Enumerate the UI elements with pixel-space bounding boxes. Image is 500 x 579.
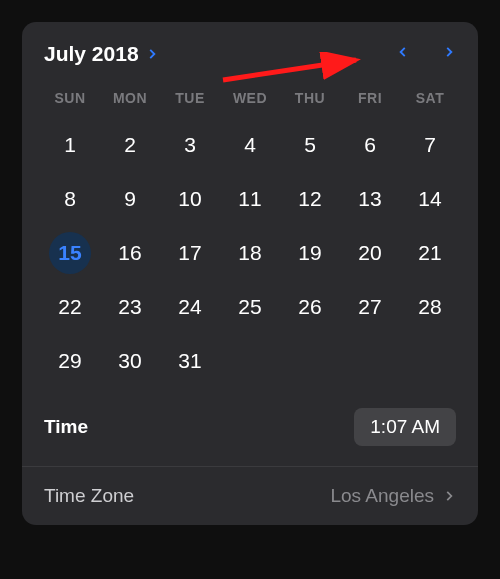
calendar-grid: 1234567891011121314151617181920212223242… <box>40 118 460 388</box>
day-number: 14 <box>409 178 451 220</box>
day-number: 23 <box>109 286 151 328</box>
chevron-right-icon <box>442 45 456 59</box>
timezone-value: Los Angeles <box>330 485 434 507</box>
day-cell[interactable]: 19 <box>280 226 340 280</box>
chevron-right-icon <box>145 47 159 61</box>
day-cell[interactable]: 31 <box>160 334 220 388</box>
day-number: 12 <box>289 178 331 220</box>
day-cell[interactable]: 25 <box>220 280 280 334</box>
day-cell-empty <box>220 334 280 388</box>
day-cell[interactable]: 7 <box>400 118 460 172</box>
month-nav <box>396 45 456 63</box>
day-number: 1 <box>49 124 91 166</box>
day-number: 6 <box>349 124 391 166</box>
weekday-header: SUN MON TUE WED THU FRI SAT <box>40 84 460 112</box>
day-cell[interactable]: 2 <box>100 118 160 172</box>
timezone-value-group: Los Angeles <box>330 485 456 507</box>
day-number: 10 <box>169 178 211 220</box>
day-cell[interactable]: 18 <box>220 226 280 280</box>
day-cell[interactable]: 8 <box>40 172 100 226</box>
day-cell[interactable]: 15 <box>40 226 100 280</box>
date-time-panel: July 2018 SUN MON TUE WED THU FRI SAT 12… <box>22 22 478 525</box>
day-number: 27 <box>349 286 391 328</box>
day-number: 2 <box>109 124 151 166</box>
time-label: Time <box>44 416 88 438</box>
day-cell[interactable]: 10 <box>160 172 220 226</box>
weekday-label: SAT <box>400 84 460 112</box>
day-number: 20 <box>349 232 391 274</box>
day-cell[interactable]: 11 <box>220 172 280 226</box>
time-row: Time 1:07 AM <box>40 400 460 466</box>
day-number: 18 <box>229 232 271 274</box>
weekday-label: SUN <box>40 84 100 112</box>
day-cell[interactable]: 29 <box>40 334 100 388</box>
day-cell-empty <box>280 334 340 388</box>
day-cell-empty <box>400 334 460 388</box>
day-cell[interactable]: 28 <box>400 280 460 334</box>
timezone-label: Time Zone <box>44 485 134 507</box>
day-number: 8 <box>49 178 91 220</box>
weekday-label: TUE <box>160 84 220 112</box>
weekday-label: THU <box>280 84 340 112</box>
day-cell[interactable]: 30 <box>100 334 160 388</box>
day-number: 4 <box>229 124 271 166</box>
day-number: 29 <box>49 340 91 382</box>
day-cell[interactable]: 26 <box>280 280 340 334</box>
next-month-button[interactable] <box>442 45 456 63</box>
day-cell[interactable]: 24 <box>160 280 220 334</box>
day-cell-empty <box>340 334 400 388</box>
day-cell[interactable]: 27 <box>340 280 400 334</box>
day-cell[interactable]: 12 <box>280 172 340 226</box>
day-number: 5 <box>289 124 331 166</box>
chevron-right-icon <box>442 489 456 503</box>
weekday-label: WED <box>220 84 280 112</box>
day-cell[interactable]: 13 <box>340 172 400 226</box>
day-cell[interactable]: 23 <box>100 280 160 334</box>
day-number: 21 <box>409 232 451 274</box>
day-cell[interactable]: 1 <box>40 118 100 172</box>
day-number: 11 <box>229 178 271 220</box>
day-number: 30 <box>109 340 151 382</box>
day-cell[interactable]: 4 <box>220 118 280 172</box>
day-cell[interactable]: 14 <box>400 172 460 226</box>
day-number: 13 <box>349 178 391 220</box>
day-number: 26 <box>289 286 331 328</box>
prev-month-button[interactable] <box>396 45 410 63</box>
day-cell[interactable]: 21 <box>400 226 460 280</box>
day-cell[interactable]: 5 <box>280 118 340 172</box>
day-number: 9 <box>109 178 151 220</box>
time-picker-button[interactable]: 1:07 AM <box>354 408 456 446</box>
day-cell[interactable]: 17 <box>160 226 220 280</box>
day-number: 3 <box>169 124 211 166</box>
month-year-button[interactable]: July 2018 <box>44 42 159 66</box>
day-number: 15 <box>49 232 91 274</box>
day-number: 19 <box>289 232 331 274</box>
day-cell[interactable]: 6 <box>340 118 400 172</box>
day-number: 17 <box>169 232 211 274</box>
chevron-left-icon <box>396 45 410 59</box>
calendar-header: July 2018 <box>40 42 460 66</box>
day-number: 16 <box>109 232 151 274</box>
timezone-row[interactable]: Time Zone Los Angeles <box>40 467 460 509</box>
day-number: 28 <box>409 286 451 328</box>
day-number: 31 <box>169 340 211 382</box>
weekday-label: FRI <box>340 84 400 112</box>
day-cell[interactable]: 22 <box>40 280 100 334</box>
day-cell[interactable]: 20 <box>340 226 400 280</box>
day-number: 25 <box>229 286 271 328</box>
day-cell[interactable]: 16 <box>100 226 160 280</box>
day-cell[interactable]: 3 <box>160 118 220 172</box>
weekday-label: MON <box>100 84 160 112</box>
day-number: 24 <box>169 286 211 328</box>
day-number: 7 <box>409 124 451 166</box>
month-year-label: July 2018 <box>44 42 139 66</box>
day-cell[interactable]: 9 <box>100 172 160 226</box>
day-number: 22 <box>49 286 91 328</box>
